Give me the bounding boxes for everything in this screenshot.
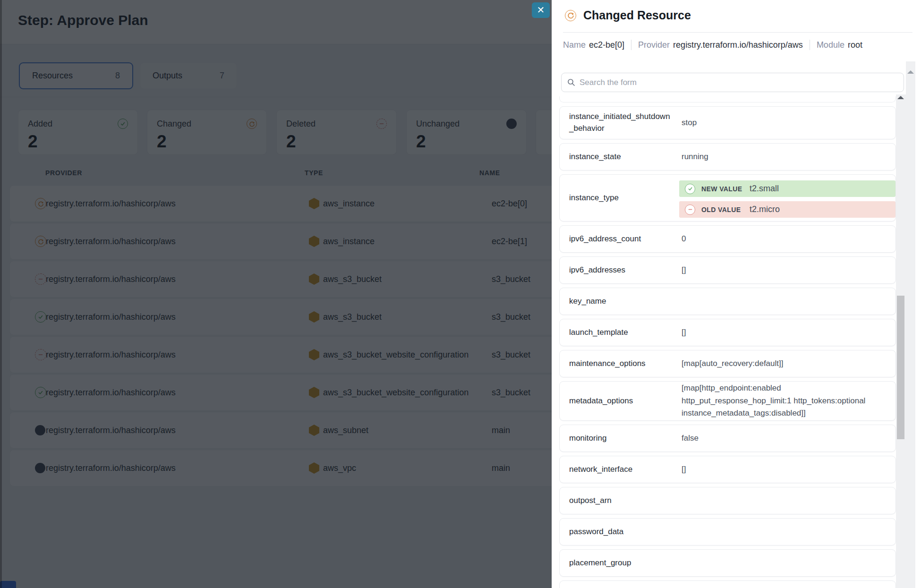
attribute-row: outpost_arn [559,487,896,514]
attribute-value: [map[auto_recovery:default]] [682,358,889,370]
attribute-name: ipv6_addresses [569,264,674,276]
attribute-value: 0 [682,233,889,245]
attribute-value: false [682,432,889,444]
attribute-name: network_interface [569,464,674,476]
attribute-row: password_data [559,518,896,545]
meta-provider-label: Provider [638,40,670,50]
search-input[interactable] [580,78,898,87]
drawer-scrollbar[interactable] [906,61,915,588]
resource-meta: Name ec2-be[0] Provider registry.terrafo… [563,40,862,50]
scrollbar-thumb[interactable] [897,296,904,439]
attribute-name: launch_template [569,327,674,339]
attribute-name: password_data [569,526,674,538]
meta-name-value: ec2-be[0] [589,40,624,50]
refresh-circle-icon [565,10,576,21]
divider [810,40,810,50]
attribute-value: stop [682,117,889,129]
new-value: t2.small [750,184,779,194]
attribute-name: instance_type [569,192,674,204]
new-value-box: NEW VALUE t2.small [679,180,895,197]
attribute-row: instance_initiated_shutdown_behavior sto… [559,106,896,139]
scroll-up-arrow-icon[interactable] [897,96,904,99]
attribute-row: network_interface [] [559,456,896,483]
attribute-name: outpost_arn [569,495,674,507]
left-edge-strip [0,0,2,588]
attribute-row: monitoring false [559,425,896,452]
attribute-row: instance_state running [559,143,896,170]
old-value-box: OLD VALUE t2.micro [679,201,895,218]
attribute-name: ipv6_address_count [569,233,674,245]
search-icon [567,78,575,86]
attribute-name: placement_group [569,557,674,569]
app-root: Step: Approve Plan Resources 8 Outputs 7… [0,0,921,588]
meta-provider-value: registry.terraform.io/hashicorp/aws [673,40,803,50]
attribute-list: instance_initiated_shutdown_behavior sto… [559,96,896,588]
drawer-title: Changed Resource [583,9,691,22]
attribute-row: maintenance_options [map[auto_recovery:d… [559,350,896,377]
attribute-name: metadata_options [569,395,674,407]
divider [563,32,912,33]
attribute-row: placement_group [559,549,896,577]
attribute-value: [] [682,326,889,339]
divider [631,40,631,50]
modal-overlay[interactable] [0,0,552,588]
attribute-value: [] [682,463,889,476]
meta-module-value: root [848,40,862,50]
new-value-label: NEW VALUE [701,185,745,193]
attribute-row-partial [559,96,896,102]
attribute-name: key_name [569,296,674,307]
attribute-name: monitoring [569,433,674,444]
old-value-label: OLD VALUE [701,206,745,213]
form-search [561,73,904,92]
attribute-value: [] [682,264,889,276]
old-value: t2.micro [750,205,780,214]
attribute-row: ipv6_address_count 0 [559,225,896,253]
attribute-value: running [682,151,889,163]
attribute-name: instance_initiated_shutdown_behavior [569,111,674,134]
attribute-row-diff: instance_type NEW VALUE t2.small OLD VAL… [559,174,896,222]
attribute-name: instance_state [569,151,674,163]
check-circle-icon [685,184,695,194]
meta-name-label: Name [563,40,586,50]
attribute-row: metadata_options [map[http_endpoint:enab… [559,381,896,421]
attribute-row: key_name [559,288,896,315]
changed-resource-drawer: Changed Resource Name ec2-be[0] Provider… [552,0,921,588]
close-drawer-button[interactable]: ✕ [532,2,550,18]
scroll-up-arrow-icon[interactable] [907,70,914,74]
attribute-row: launch_template [] [559,319,896,346]
attribute-row: ipv6_addresses [] [559,256,896,284]
attribute-value: [map[http_endpoint:enabled http_put_resp… [682,382,889,419]
meta-module-label: Module [817,40,844,50]
minus-circle-icon [685,205,695,215]
attribute-row-partial [559,580,896,588]
attribute-name: maintenance_options [569,358,674,370]
